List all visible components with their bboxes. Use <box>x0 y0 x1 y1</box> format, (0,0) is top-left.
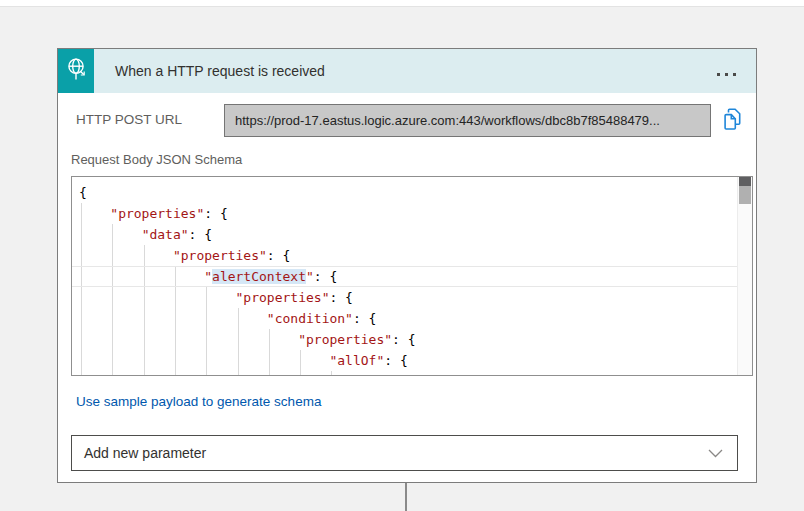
connector-line <box>405 483 407 511</box>
request-body-json-schema-label: Request Body JSON Schema <box>71 152 242 167</box>
trigger-title-bar: When a HTTP request is received <box>94 49 756 93</box>
code-line: "properties": { <box>72 245 738 266</box>
trigger-card-header[interactable]: When a HTTP request is received <box>58 49 756 93</box>
add-new-parameter-label: Add new parameter <box>84 445 206 461</box>
use-sample-payload-link[interactable]: Use sample payload to generate schema <box>76 394 321 409</box>
code-line: "properties": { <box>72 329 738 350</box>
code-line: "data": { <box>72 224 738 245</box>
http-post-url-value[interactable]: https://prod-17.eastus.logic.azure.com:4… <box>224 104 711 137</box>
add-new-parameter-dropdown[interactable]: Add new parameter <box>71 435 738 471</box>
code-line: { <box>72 182 738 203</box>
http-post-url-label: HTTP POST URL <box>76 112 182 127</box>
code-line: "items": { <box>72 371 738 375</box>
page-top-strip <box>0 0 804 7</box>
logic-apps-designer-canvas: { "colors": { "accent": "#0aa0a8", "head… <box>0 0 804 511</box>
copy-icon <box>722 107 743 135</box>
copy-url-button[interactable] <box>716 105 748 137</box>
chevron-down-icon <box>708 445 723 461</box>
code-line: "alertContext": { <box>72 266 738 287</box>
code-line: "properties": { <box>72 203 738 224</box>
code-lines: { "properties": { "data": { "properties"… <box>72 182 738 375</box>
http-request-trigger-card: When a HTTP request is received HTTP POS… <box>57 48 757 483</box>
trigger-title: When a HTTP request is received <box>115 63 325 79</box>
code-line: "condition": { <box>72 308 738 329</box>
editor-scrollbar[interactable] <box>737 177 752 375</box>
trigger-icon-tile <box>58 49 94 93</box>
code-line: "allOf": { <box>72 350 738 371</box>
ellipsis-icon <box>712 62 736 80</box>
more-options-button[interactable] <box>708 56 740 86</box>
code-line: "properties": { <box>72 287 738 308</box>
globe-request-icon <box>64 56 88 87</box>
editor-scrollbar-thumb[interactable] <box>739 177 751 204</box>
json-schema-editor[interactable]: { "properties": { "data": { "properties"… <box>71 176 753 376</box>
